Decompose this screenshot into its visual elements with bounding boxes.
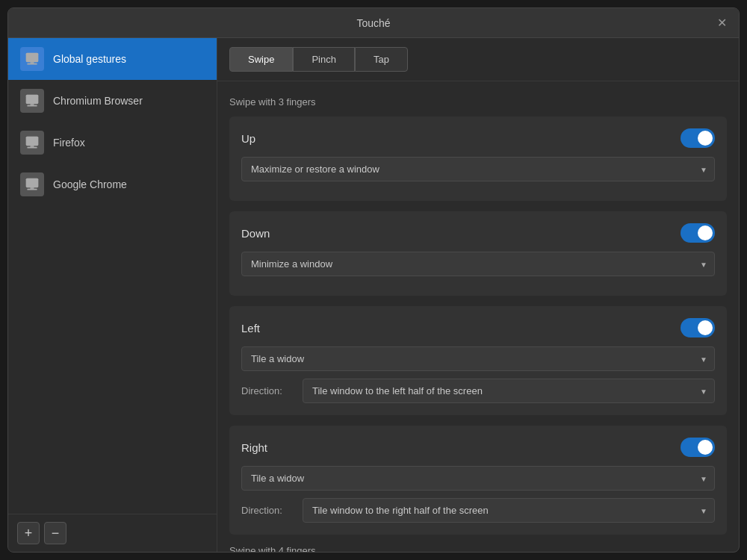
gesture-card-left: Left Tile a widow Direction: Tile window… <box>229 306 727 415</box>
panel-scroll[interactable]: Swipe with 3 fingers Up Maximize or rest… <box>217 81 739 552</box>
direction-select-right[interactable]: Tile window to the right half of the scr… <box>303 498 715 523</box>
svg-rect-1 <box>27 63 37 65</box>
gesture-row-left: Left <box>241 318 715 337</box>
action-select-up[interactable]: Maximize or restore a window <box>241 157 715 181</box>
gesture-row-right: Right <box>241 438 715 457</box>
toggle-left[interactable] <box>681 318 715 337</box>
sidebar-footer: + − <box>8 514 217 552</box>
svg-rect-4 <box>27 105 37 107</box>
titlebar: Touché ✕ <box>8 8 739 38</box>
direction-row-right: Direction: Tile window to the right half… <box>241 498 715 523</box>
direction-row-left: Direction: Tile window to the left half … <box>241 379 715 403</box>
section-header-3-fingers: Swipe with 3 fingers <box>229 96 727 108</box>
svg-rect-2 <box>31 62 34 63</box>
sidebar-item-google-chrome[interactable]: Google Chrome <box>8 164 217 205</box>
main-content: Global gestures Chromium Browser <box>8 38 739 552</box>
sidebar-item-label: Google Chrome <box>53 178 127 190</box>
select-wrapper-right: Tile a widow <box>241 466 715 491</box>
action-select-left[interactable]: Tile a widow <box>241 346 715 371</box>
section-header-4-fingers: Swipe with 4 fingers <box>229 545 727 552</box>
action-select-right[interactable]: Tile a widow <box>241 466 715 491</box>
firefox-icon <box>20 131 44 155</box>
gesture-card-down: Down Minimize a window <box>229 211 727 296</box>
direction-select-wrapper-left: Tile window to the left half of the scre… <box>303 379 715 403</box>
gesture-label-up: Up <box>241 132 255 145</box>
svg-rect-3 <box>26 95 39 105</box>
svg-rect-10 <box>27 189 37 190</box>
gesture-label-right: Right <box>241 441 267 454</box>
right-panel: Swipe Pinch Tap Swipe with 3 fingers Up … <box>217 38 739 552</box>
chromium-icon <box>20 89 44 113</box>
tab-swipe[interactable]: Swipe <box>229 47 293 72</box>
action-select-down[interactable]: Minimize a window <box>241 252 715 276</box>
tab-pinch[interactable]: Pinch <box>293 47 355 72</box>
main-window: Touché ✕ Global gestures <box>7 7 740 553</box>
direction-label-right: Direction: <box>241 505 294 516</box>
sidebar-item-label: Chromium Browser <box>53 95 143 107</box>
select-wrapper-down: Minimize a window <box>241 252 715 276</box>
sidebar: Global gestures Chromium Browser <box>8 38 217 552</box>
remove-button[interactable]: − <box>44 522 66 544</box>
svg-rect-9 <box>26 178 39 188</box>
svg-rect-5 <box>31 104 34 105</box>
svg-rect-6 <box>26 137 39 146</box>
sidebar-item-chromium[interactable]: Chromium Browser <box>8 80 217 122</box>
select-wrapper-up: Maximize or restore a window <box>241 157 715 181</box>
gesture-card-right: Right Tile a widow Direction: Tile windo… <box>229 426 727 535</box>
gesture-row-down: Down <box>241 223 715 243</box>
gesture-label-down: Down <box>241 227 270 240</box>
svg-rect-7 <box>27 147 37 149</box>
sidebar-item-firefox[interactable]: Firefox <box>8 122 217 164</box>
toggle-up[interactable] <box>681 128 715 148</box>
direction-select-left[interactable]: Tile window to the left half of the scre… <box>303 379 715 403</box>
sidebar-item-label: Global gestures <box>53 53 126 65</box>
window-title: Touché <box>356 17 390 29</box>
svg-rect-8 <box>31 146 34 147</box>
google-chrome-icon <box>20 172 44 196</box>
svg-rect-11 <box>31 187 34 189</box>
tab-tap[interactable]: Tap <box>355 47 408 72</box>
sidebar-item-global-gestures[interactable]: Global gestures <box>8 38 217 80</box>
global-gestures-icon <box>20 47 44 71</box>
toggle-down[interactable] <box>681 223 715 243</box>
direction-label-left: Direction: <box>241 385 294 396</box>
add-button[interactable]: + <box>17 522 40 544</box>
close-button[interactable]: ✕ <box>713 15 730 31</box>
gesture-card-up: Up Maximize or restore a window <box>229 116 727 201</box>
sidebar-item-label: Firefox <box>53 137 85 149</box>
direction-select-wrapper-right: Tile window to the right half of the scr… <box>303 498 715 523</box>
tab-bar: Swipe Pinch Tap <box>217 38 739 81</box>
select-wrapper-left: Tile a widow <box>241 346 715 371</box>
toggle-right[interactable] <box>681 438 715 457</box>
gesture-row-up: Up <box>241 128 715 148</box>
sidebar-items: Global gestures Chromium Browser <box>8 38 217 514</box>
gesture-label-left: Left <box>241 322 260 335</box>
svg-rect-0 <box>26 53 39 63</box>
